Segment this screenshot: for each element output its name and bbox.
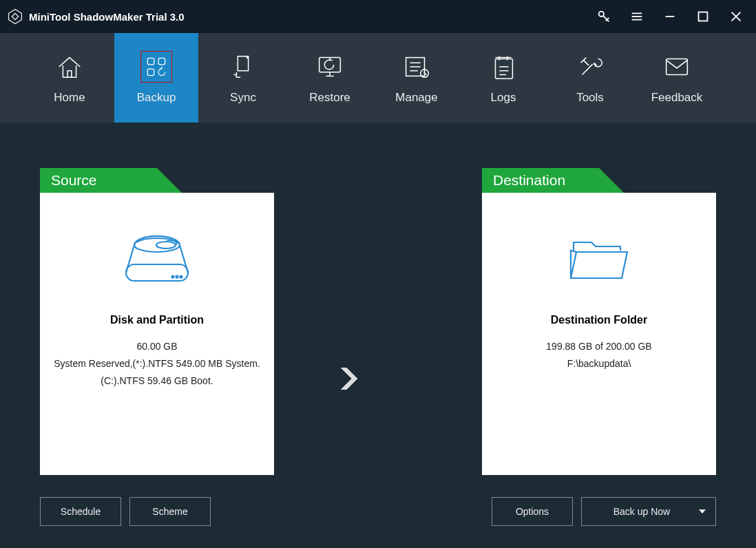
nav-label: Manage [395, 91, 437, 105]
feedback-icon [661, 51, 693, 83]
svg-rect-1 [699, 12, 708, 21]
source-details-2: (C:).NTFS 59.46 GB Boot. [88, 375, 225, 388]
nav-home[interactable]: Home [28, 33, 112, 123]
svg-rect-9 [666, 59, 688, 75]
destination-size: 199.88 GB of 200.00 GB [534, 340, 664, 353]
manage-icon [401, 51, 432, 83]
nav-backup[interactable]: Backup [114, 33, 198, 123]
logs-icon [487, 51, 519, 83]
menu-icon[interactable] [627, 6, 647, 27]
nav-restore[interactable]: Restore [288, 33, 372, 123]
nav-tools[interactable]: Tools [548, 33, 632, 123]
destination-panel: Destination Destination Folder 199.88 GB… [482, 168, 716, 475]
svg-point-0 [599, 12, 604, 17]
svg-point-12 [156, 242, 176, 249]
backup-now-button[interactable]: Back up Now [581, 497, 716, 526]
svg-point-13 [172, 276, 174, 278]
svg-rect-3 [158, 58, 165, 65]
titlebar: MiniTool ShadowMaker Trial 3.0 [0, 0, 756, 33]
arrows-icon [337, 360, 419, 400]
source-panel: Source [40, 168, 274, 475]
content: Source [0, 123, 756, 548]
nav-sync[interactable]: Sync [201, 33, 285, 123]
source-details-1: System Reserved,(*:).NTFS 549.00 MB Syst… [41, 357, 273, 370]
nav-label: Tools [576, 91, 604, 105]
backup-now-label: Back up Now [613, 506, 670, 517]
nav-manage[interactable]: Manage [375, 33, 459, 123]
destination-card[interactable]: Destination Folder 199.88 GB of 200.00 G… [482, 193, 716, 475]
nav-label: Sync [230, 91, 256, 105]
disk-icon [119, 229, 195, 291]
nav-logs[interactable]: Logs [461, 33, 545, 123]
close-button[interactable] [726, 6, 746, 27]
source-header: Source [40, 168, 157, 193]
key-icon[interactable] [594, 6, 614, 27]
restore-icon [314, 51, 346, 83]
navbar: Home Backup Sync Restore Manage [0, 33, 756, 123]
app-title: MiniTool ShadowMaker Trial 3.0 [29, 11, 185, 23]
svg-point-15 [180, 276, 182, 278]
sync-icon [227, 51, 259, 83]
nav-feedback[interactable]: Feedback [635, 33, 719, 123]
svg-rect-2 [147, 58, 154, 65]
svg-point-14 [176, 276, 178, 278]
home-icon [54, 51, 85, 83]
source-size: 60.00 GB [124, 340, 189, 353]
app-logo-icon [6, 7, 25, 26]
minimize-button[interactable] [660, 6, 680, 27]
nav-label: Backup [137, 91, 176, 105]
nav-label: Feedback [651, 91, 703, 105]
chevron-down-icon [699, 509, 706, 514]
svg-rect-4 [147, 69, 154, 76]
tools-icon [574, 51, 606, 83]
svg-rect-10 [126, 264, 188, 281]
maximize-button[interactable] [693, 6, 713, 27]
nav-label: Restore [309, 91, 350, 105]
destination-path: F:\backupdata\ [555, 357, 644, 370]
schedule-button[interactable]: Schedule [40, 497, 121, 526]
bottom-bar: Schedule Scheme Options Back up Now [40, 497, 716, 526]
folder-icon [561, 229, 637, 291]
scheme-button[interactable]: Scheme [129, 497, 211, 526]
nav-label: Logs [491, 91, 516, 105]
destination-header: Destination [482, 168, 599, 193]
source-card[interactable]: Disk and Partition 60.00 GB System Reser… [40, 193, 274, 475]
destination-title: Destination Folder [551, 314, 647, 326]
source-title: Disk and Partition [110, 314, 204, 326]
svg-rect-8 [496, 59, 513, 79]
options-button[interactable]: Options [492, 497, 573, 526]
nav-label: Home [54, 91, 85, 105]
backup-icon [140, 51, 172, 83]
